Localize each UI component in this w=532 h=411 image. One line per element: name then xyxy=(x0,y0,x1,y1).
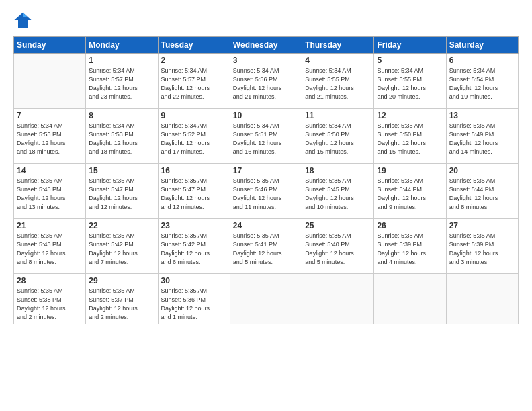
calendar-cell: 27Sunrise: 5:35 AM Sunset: 5:39 PM Dayli… xyxy=(446,219,518,274)
calendar-cell: 23Sunrise: 5:35 AM Sunset: 5:42 PM Dayli… xyxy=(158,219,230,274)
calendar-cell: 29Sunrise: 5:35 AM Sunset: 5:37 PM Dayli… xyxy=(86,274,158,324)
logo xyxy=(13,11,34,30)
day-info: Sunrise: 5:35 AM Sunset: 5:42 PM Dayligh… xyxy=(161,232,227,267)
calendar-cell: 9Sunrise: 5:34 AM Sunset: 5:52 PM Daylig… xyxy=(158,109,230,164)
calendar-cell: 2Sunrise: 5:34 AM Sunset: 5:57 PM Daylig… xyxy=(158,54,230,109)
calendar-cell: 24Sunrise: 5:35 AM Sunset: 5:41 PM Dayli… xyxy=(230,219,302,274)
calendar-cell: 15Sunrise: 5:35 AM Sunset: 5:47 PM Dayli… xyxy=(86,164,158,219)
calendar-cell: 5Sunrise: 5:34 AM Sunset: 5:55 PM Daylig… xyxy=(374,54,446,109)
day-number: 13 xyxy=(449,111,515,120)
day-info: Sunrise: 5:35 AM Sunset: 5:41 PM Dayligh… xyxy=(233,232,299,267)
calendar-cell: 18Sunrise: 5:35 AM Sunset: 5:45 PM Dayli… xyxy=(302,164,374,219)
day-info: Sunrise: 5:34 AM Sunset: 5:57 PM Dayligh… xyxy=(89,66,154,101)
day-number: 12 xyxy=(377,111,443,120)
day-number: 9 xyxy=(161,111,227,120)
calendar-cell: 14Sunrise: 5:35 AM Sunset: 5:48 PM Dayli… xyxy=(14,164,86,219)
day-info: Sunrise: 5:35 AM Sunset: 5:46 PM Dayligh… xyxy=(233,177,299,212)
day-number: 22 xyxy=(89,221,154,230)
day-info: Sunrise: 5:34 AM Sunset: 5:56 PM Dayligh… xyxy=(233,66,299,101)
page: SundayMondayTuesdayWednesdayThursdayFrid… xyxy=(0,0,532,411)
calendar-cell: 21Sunrise: 5:35 AM Sunset: 5:43 PM Dayli… xyxy=(14,219,86,274)
weekday-header-monday: Monday xyxy=(86,37,158,54)
day-info: Sunrise: 5:35 AM Sunset: 5:48 PM Dayligh… xyxy=(17,177,83,212)
day-info: Sunrise: 5:35 AM Sunset: 5:37 PM Dayligh… xyxy=(89,287,154,322)
day-info: Sunrise: 5:34 AM Sunset: 5:51 PM Dayligh… xyxy=(233,122,299,156)
day-number: 20 xyxy=(449,166,515,175)
day-info: Sunrise: 5:35 AM Sunset: 5:44 PM Dayligh… xyxy=(449,177,515,212)
day-number: 21 xyxy=(17,221,83,230)
calendar-cell: 6Sunrise: 5:34 AM Sunset: 5:54 PM Daylig… xyxy=(446,54,518,109)
calendar-row-4: 21Sunrise: 5:35 AM Sunset: 5:43 PM Dayli… xyxy=(14,219,519,274)
calendar-cell: 17Sunrise: 5:35 AM Sunset: 5:46 PM Dayli… xyxy=(230,164,302,219)
calendar-cell: 26Sunrise: 5:35 AM Sunset: 5:39 PM Dayli… xyxy=(374,219,446,274)
logo-icon xyxy=(13,11,32,30)
day-info: Sunrise: 5:35 AM Sunset: 5:49 PM Dayligh… xyxy=(449,122,515,156)
calendar-cell: 7Sunrise: 5:34 AM Sunset: 5:53 PM Daylig… xyxy=(14,109,86,164)
calendar-cell xyxy=(14,54,86,109)
calendar-cell: 19Sunrise: 5:35 AM Sunset: 5:44 PM Dayli… xyxy=(374,164,446,219)
day-info: Sunrise: 5:35 AM Sunset: 5:43 PM Dayligh… xyxy=(17,232,83,267)
day-number: 8 xyxy=(89,111,154,120)
day-number: 7 xyxy=(17,111,83,120)
weekday-header-row: SundayMondayTuesdayWednesdayThursdayFrid… xyxy=(14,37,519,54)
day-number: 3 xyxy=(233,56,299,65)
day-number: 6 xyxy=(449,56,515,65)
day-info: Sunrise: 5:35 AM Sunset: 5:47 PM Dayligh… xyxy=(161,177,227,212)
weekday-header-thursday: Thursday xyxy=(302,37,374,54)
day-number: 27 xyxy=(449,221,515,230)
day-number: 17 xyxy=(233,166,299,175)
weekday-header-sunday: Sunday xyxy=(14,37,86,54)
day-info: Sunrise: 5:34 AM Sunset: 5:53 PM Dayligh… xyxy=(17,122,83,156)
calendar-cell: 1Sunrise: 5:34 AM Sunset: 5:57 PM Daylig… xyxy=(86,54,158,109)
calendar-cell: 20Sunrise: 5:35 AM Sunset: 5:44 PM Dayli… xyxy=(446,164,518,219)
day-info: Sunrise: 5:35 AM Sunset: 5:40 PM Dayligh… xyxy=(305,232,371,267)
calendar-row-3: 14Sunrise: 5:35 AM Sunset: 5:48 PM Dayli… xyxy=(14,164,519,219)
calendar-cell: 4Sunrise: 5:34 AM Sunset: 5:55 PM Daylig… xyxy=(302,54,374,109)
day-info: Sunrise: 5:35 AM Sunset: 5:47 PM Dayligh… xyxy=(89,177,154,212)
day-info: Sunrise: 5:35 AM Sunset: 5:39 PM Dayligh… xyxy=(449,232,515,267)
day-number: 28 xyxy=(17,276,83,285)
calendar-cell: 30Sunrise: 5:35 AM Sunset: 5:36 PM Dayli… xyxy=(158,274,230,324)
day-info: Sunrise: 5:35 AM Sunset: 5:36 PM Dayligh… xyxy=(161,287,227,322)
day-info: Sunrise: 5:34 AM Sunset: 5:54 PM Dayligh… xyxy=(449,66,515,101)
weekday-header-saturday: Saturday xyxy=(446,37,518,54)
day-info: Sunrise: 5:35 AM Sunset: 5:39 PM Dayligh… xyxy=(377,232,443,267)
calendar-cell: 3Sunrise: 5:34 AM Sunset: 5:56 PM Daylig… xyxy=(230,54,302,109)
day-number: 18 xyxy=(305,166,371,175)
calendar-row-5: 28Sunrise: 5:35 AM Sunset: 5:38 PM Dayli… xyxy=(14,274,519,324)
calendar-row-1: 1Sunrise: 5:34 AM Sunset: 5:57 PM Daylig… xyxy=(14,54,519,109)
calendar-cell xyxy=(230,274,302,324)
calendar-cell: 10Sunrise: 5:34 AM Sunset: 5:51 PM Dayli… xyxy=(230,109,302,164)
calendar-body: 1Sunrise: 5:34 AM Sunset: 5:57 PM Daylig… xyxy=(14,54,519,324)
day-number: 14 xyxy=(17,166,83,175)
day-number: 10 xyxy=(233,111,299,120)
day-number: 4 xyxy=(305,56,371,65)
calendar-cell: 16Sunrise: 5:35 AM Sunset: 5:47 PM Dayli… xyxy=(158,164,230,219)
calendar-row-2: 7Sunrise: 5:34 AM Sunset: 5:53 PM Daylig… xyxy=(14,109,519,164)
day-number: 19 xyxy=(377,166,443,175)
weekday-header-tuesday: Tuesday xyxy=(158,37,230,54)
calendar-cell xyxy=(374,274,446,324)
calendar-cell xyxy=(446,274,518,324)
day-number: 5 xyxy=(377,56,443,65)
day-number: 26 xyxy=(377,221,443,230)
day-info: Sunrise: 5:34 AM Sunset: 5:55 PM Dayligh… xyxy=(377,66,443,101)
calendar-cell: 28Sunrise: 5:35 AM Sunset: 5:38 PM Dayli… xyxy=(14,274,86,324)
day-info: Sunrise: 5:35 AM Sunset: 5:42 PM Dayligh… xyxy=(89,232,154,267)
day-number: 1 xyxy=(89,56,154,65)
calendar-cell: 12Sunrise: 5:35 AM Sunset: 5:50 PM Dayli… xyxy=(374,109,446,164)
calendar-cell xyxy=(302,274,374,324)
day-number: 15 xyxy=(89,166,154,175)
day-info: Sunrise: 5:34 AM Sunset: 5:55 PM Dayligh… xyxy=(305,66,371,101)
day-number: 29 xyxy=(89,276,154,285)
day-info: Sunrise: 5:35 AM Sunset: 5:45 PM Dayligh… xyxy=(305,177,371,212)
weekday-header-wednesday: Wednesday xyxy=(230,37,302,54)
day-number: 30 xyxy=(161,276,227,285)
day-info: Sunrise: 5:34 AM Sunset: 5:50 PM Dayligh… xyxy=(305,122,371,156)
day-number: 16 xyxy=(161,166,227,175)
weekday-header-friday: Friday xyxy=(374,37,446,54)
calendar: SundayMondayTuesdayWednesdayThursdayFrid… xyxy=(13,36,519,324)
day-info: Sunrise: 5:34 AM Sunset: 5:52 PM Dayligh… xyxy=(161,122,227,156)
day-info: Sunrise: 5:35 AM Sunset: 5:38 PM Dayligh… xyxy=(17,287,83,322)
day-number: 25 xyxy=(305,221,371,230)
